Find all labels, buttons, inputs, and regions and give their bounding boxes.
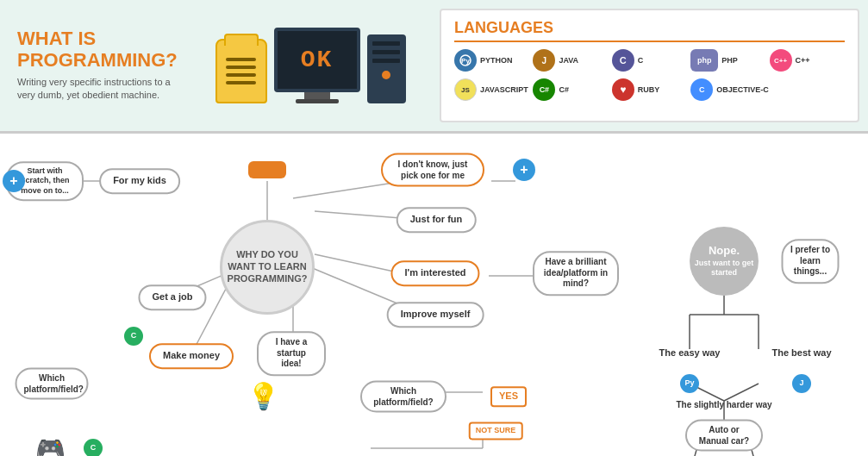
auto-manual-oval: Auto or Manual car? bbox=[685, 420, 763, 452]
interested-node: I'm interested bbox=[390, 260, 479, 286]
slightly-harder-text: The slightly harder way bbox=[676, 400, 771, 411]
monitor-wrap: OK bbox=[215, 28, 406, 103]
prefer-learn-node: I prefer to learn things... bbox=[782, 239, 840, 284]
languages-title: LANGUAGES bbox=[454, 19, 845, 42]
nope-subtitle: Just want to get started bbox=[690, 259, 759, 278]
blue-badge-easy-icon: Py bbox=[680, 374, 699, 393]
yes-badge: YES bbox=[490, 386, 527, 407]
make-money-oval: Make money bbox=[149, 343, 234, 369]
which-platform2-oval: Which platform/field? bbox=[360, 381, 446, 413]
prefer-learn-oval: I prefer to learn things... bbox=[782, 239, 840, 284]
make-money-node: Make money bbox=[149, 343, 234, 369]
lang-ruby: ♥ RUBY bbox=[612, 78, 687, 101]
svg-text:Py: Py bbox=[461, 57, 470, 65]
blue-dot-left[interactable]: + bbox=[3, 170, 25, 192]
interested-text: I'm interested bbox=[404, 267, 465, 278]
get-job-node: Get a job bbox=[138, 284, 206, 310]
tower-slot1 bbox=[372, 41, 400, 46]
title-line1: WHAT IS bbox=[17, 28, 96, 49]
not-sure-badge: NOT SURE bbox=[469, 422, 523, 440]
yes-label: YES bbox=[490, 386, 527, 407]
just-for-fun-node: Just for fun bbox=[397, 207, 477, 233]
cpp-name: C++ bbox=[796, 56, 810, 65]
lang-cpp: C++ C++ bbox=[770, 49, 845, 72]
lightbulb: 💡 bbox=[247, 380, 279, 413]
not-sure-label: NOT SURE bbox=[469, 422, 523, 440]
monitor: OK bbox=[274, 28, 360, 103]
nope-title: Nope. bbox=[709, 244, 740, 259]
scratch-text: Start with Scratch, then move on to... bbox=[20, 166, 69, 195]
start-node bbox=[248, 161, 286, 178]
lang-csharp: C# C# bbox=[533, 78, 608, 101]
have-brilliant-oval: Have a brilliant idea/platform in mind? bbox=[533, 251, 619, 296]
nope-node: Nope. Just want to get started bbox=[690, 227, 759, 296]
center-question-text: WHY DO YOU WANT TO LEARN PROGRAMMING? bbox=[228, 249, 308, 284]
dont-know-text: I don't know, just pick one for me bbox=[398, 159, 468, 180]
make-money-text: Make money bbox=[163, 350, 220, 360]
php-icon: php bbox=[690, 49, 718, 72]
csharp-name: C# bbox=[559, 85, 569, 94]
green-c-badge: C bbox=[84, 439, 103, 456]
which-platform2-node: Which platform/field? bbox=[360, 381, 446, 413]
blue-dot-right-icon[interactable]: + bbox=[513, 159, 535, 181]
green-c-icon: C bbox=[84, 439, 103, 456]
java-icon: J bbox=[533, 49, 555, 72]
scroll-line1 bbox=[226, 58, 256, 61]
tower-slot3 bbox=[372, 59, 400, 63]
scroll-line3 bbox=[226, 73, 256, 77]
python-icon: Py bbox=[454, 49, 477, 72]
for-kids-text: For my kids bbox=[113, 175, 166, 185]
for-kids-node: For my kids bbox=[99, 168, 180, 194]
ruby-icon: ♥ bbox=[612, 78, 634, 101]
which-platform-text: Which platform/field? bbox=[24, 373, 84, 394]
dont-know-node: I don't know, just pick one for me bbox=[381, 153, 484, 187]
js-icon: JS bbox=[454, 78, 477, 101]
subtitle: Writing very specific instructions to a … bbox=[17, 76, 172, 103]
blue-badge-best: J bbox=[792, 374, 811, 393]
green-badge-icon: C bbox=[124, 327, 143, 346]
monitor-screen-inner: OK bbox=[278, 31, 357, 89]
lang-objc: C OBJECTIVE-C bbox=[690, 78, 845, 101]
interested-oval: I'm interested bbox=[390, 260, 479, 286]
python-name: PYTHON bbox=[480, 56, 513, 65]
tower-circle bbox=[382, 71, 390, 79]
easy-way-node: The easy way bbox=[659, 347, 721, 359]
lang-python: Py PYTHON bbox=[454, 49, 529, 72]
left-panel: WHAT IS PROGRAMMING? Writing very specif… bbox=[0, 0, 190, 131]
which-platform2-text: Which platform/field? bbox=[373, 386, 433, 407]
lang-c: C C bbox=[612, 49, 687, 72]
not-sure-text: NOT SURE bbox=[476, 426, 516, 434]
illustration: OK bbox=[190, 0, 431, 131]
language-grid: Py PYTHON J JAVA C C php PHP bbox=[454, 49, 845, 101]
get-job-text: Get a job bbox=[152, 291, 192, 302]
controller-icon: 🎮 bbox=[35, 434, 66, 457]
flowchart-section: WHY DO YOU WANT TO LEARN PROGRAMMING? St… bbox=[0, 134, 868, 456]
which-platform-oval: Which platform/field? bbox=[16, 368, 89, 400]
scroll-icon bbox=[215, 39, 267, 103]
which-platform-node: Which platform/field? bbox=[16, 368, 89, 400]
top-section: WHAT IS PROGRAMMING? Writing very specif… bbox=[0, 0, 868, 134]
tower bbox=[367, 34, 406, 103]
main-title: WHAT IS PROGRAMMING? bbox=[17, 28, 172, 70]
have-brilliant-text: Have a brilliant idea/platform in mind? bbox=[544, 257, 608, 288]
blue-dot-left-icon[interactable]: + bbox=[3, 170, 25, 192]
php-name: PHP bbox=[721, 56, 738, 65]
easy-way-text: The easy way bbox=[659, 347, 721, 359]
startup-node: I have a startup idea! bbox=[257, 331, 326, 376]
have-brilliant-node: Have a brilliant idea/platform in mind? bbox=[533, 251, 619, 296]
prefer-learn-text: I prefer to learn things... bbox=[790, 245, 830, 276]
improve-node: Improve myself bbox=[387, 302, 484, 328]
js-name: JAVASCRIPT bbox=[480, 85, 528, 94]
lang-php: php PHP bbox=[690, 49, 765, 72]
startup-text: I have a startup idea! bbox=[276, 337, 308, 368]
slightly-harder-node: The slightly harder way bbox=[676, 400, 771, 411]
nope-box: Nope. Just want to get started bbox=[690, 227, 759, 296]
monitor-base bbox=[296, 99, 339, 103]
scroll-line2 bbox=[226, 66, 256, 69]
c-icon: C bbox=[612, 49, 634, 72]
lang-js: JS JAVASCRIPT bbox=[454, 78, 529, 101]
cpp-icon: C++ bbox=[770, 49, 792, 72]
blue-dot-right[interactable]: + bbox=[513, 159, 535, 181]
java-name: JAVA bbox=[559, 56, 578, 65]
title-line2: PROGRAMMING? bbox=[17, 49, 178, 71]
